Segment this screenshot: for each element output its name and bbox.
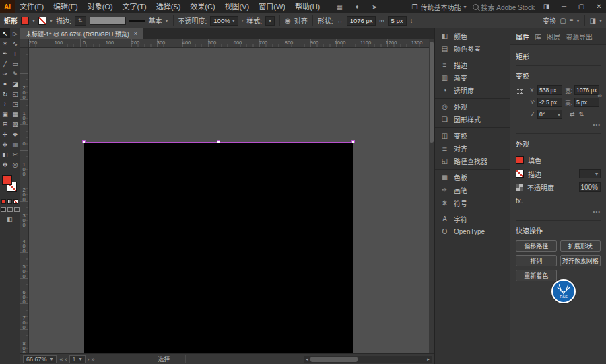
canvas[interactable]: 2001000100200300400500600700800900100011… — [20, 39, 429, 353]
quick-action-button[interactable]: 重新着色 — [516, 270, 557, 281]
vertical-scrollbar-thumb[interactable] — [430, 42, 434, 143]
symbol-sprayer-tool[interactable]: ❉ — [0, 139, 10, 149]
slice-tool[interactable]: ✂ — [10, 149, 20, 159]
ruler-origin-corner[interactable] — [20, 39, 29, 48]
pen-tool[interactable]: ✒ — [0, 48, 10, 59]
tab-图层[interactable]: 图层 — [547, 32, 560, 42]
menu-caret-icon[interactable]: ▾ — [577, 17, 580, 24]
panel-collapse-icon[interactable]: ◨ — [541, 0, 552, 13]
close-button[interactable]: ✕ — [593, 0, 605, 13]
perspective-grid-tool[interactable]: ▦ — [10, 109, 20, 119]
next-artboard-icon[interactable]: › — [88, 356, 90, 363]
align-label[interactable]: 对齐 — [294, 15, 308, 26]
scroll-left-icon[interactable]: ◂ — [304, 357, 310, 362]
link-dimensions-icon[interactable]: ∞ — [379, 17, 384, 24]
shape-height-field[interactable]: 5 px — [388, 16, 407, 26]
draw-behind-button[interactable] — [7, 207, 13, 212]
gradient-tool[interactable]: ▧ — [10, 119, 20, 129]
quick-action-button[interactable]: 对齐像素网格 — [560, 255, 601, 266]
none-button[interactable] — [13, 199, 18, 204]
menu-item[interactable]: 效果(C) — [185, 0, 220, 13]
arrange-caret-icon[interactable]: ▾ — [599, 17, 602, 24]
share-icon[interactable]: ➤ — [369, 3, 380, 11]
fill-color-swatch[interactable] — [21, 17, 29, 25]
width-field[interactable]: 1076 px — [574, 85, 599, 95]
paintbrush-tool[interactable]: ✑ — [0, 69, 10, 79]
symbols-panel[interactable]: ❋符号 — [435, 196, 510, 209]
stroke-caret-icon[interactable]: ▾ — [50, 17, 53, 24]
menu-item[interactable]: 帮助(H) — [290, 0, 325, 13]
hand-tool[interactable]: ✥ — [0, 159, 10, 170]
link-width-height-icon[interactable]: ∞ — [598, 92, 602, 99]
zoom-tool[interactable]: ◎ — [10, 159, 20, 170]
draw-inside-button[interactable] — [14, 207, 20, 212]
selection-tool[interactable]: ↖ — [0, 28, 10, 38]
eyedropper-tool[interactable]: ✛ — [0, 129, 10, 139]
transform-more-options[interactable]: ••• — [516, 122, 601, 128]
last-artboard-icon[interactable]: » — [92, 356, 95, 363]
stroke-color-well[interactable] — [516, 170, 524, 178]
panel-menu-icon[interactable]: ≡ — [570, 17, 574, 24]
mesh-tool[interactable]: ⊞ — [0, 119, 10, 129]
character-panel[interactable]: A字符 — [435, 213, 510, 225]
column-graph-tool[interactable]: ▥ — [10, 139, 20, 149]
graphic-styles-panel[interactable]: ❏图形样式 — [435, 113, 510, 126]
reference-point-locator[interactable] — [516, 87, 524, 96]
transparency-panel[interactable]: ◔透明度 — [435, 84, 510, 97]
style-dropdown[interactable]: ▾ — [265, 16, 275, 26]
x-field[interactable]: 538 px — [537, 85, 562, 95]
rectangle-tool[interactable]: ▭ — [10, 59, 20, 69]
align-panel[interactable]: ≣对齐 — [435, 142, 510, 155]
quick-action-button[interactable]: 扩展形状 — [560, 240, 601, 252]
transform-panel[interactable]: ◫变换 — [435, 129, 510, 142]
shape-builder-tool[interactable]: ▣ — [0, 109, 10, 119]
menu-item[interactable]: 窗口(W) — [254, 0, 290, 13]
isolate-icon[interactable]: ▢ — [560, 17, 566, 24]
height-field[interactable]: 5 px — [574, 98, 599, 107]
pathfinder-panel[interactable]: ◱路径查找器 — [435, 155, 510, 168]
brushes-panel[interactable]: ✑画笔 — [435, 184, 510, 196]
flip-horizontal-icon[interactable]: ⇄ — [570, 111, 575, 118]
vertical-scrollbar[interactable] — [429, 39, 434, 353]
selection-handle-right[interactable] — [351, 140, 355, 143]
width-tool[interactable]: ≀ — [0, 99, 10, 109]
lasso-tool[interactable]: ∿ — [10, 38, 20, 48]
fill-color-well[interactable] — [516, 156, 524, 164]
blend-tool[interactable]: ❖ — [10, 129, 20, 139]
swatches-panel[interactable]: ▦色板 — [435, 171, 510, 184]
stock-icon[interactable]: ✦ — [351, 3, 362, 11]
workspace-switcher[interactable]: ❐ 传统基本功能 ▾ — [412, 2, 467, 12]
stroke-color-swatch[interactable] — [38, 17, 46, 25]
flip-vertical-icon[interactable]: ⇅ — [579, 111, 584, 118]
panel-arrow-icon[interactable]: › — [242, 17, 244, 24]
color-guide-panel[interactable]: ▤颜色参考 — [435, 42, 510, 55]
fill-swatch[interactable] — [2, 175, 12, 185]
quick-action-button[interactable]: 偏移路径 — [516, 240, 557, 252]
menu-item[interactable]: 文字(T) — [118, 0, 152, 13]
opacity-field[interactable]: 100% ▾ — [210, 16, 238, 26]
magic-wand-tool[interactable]: ✶ — [0, 38, 10, 48]
color-button[interactable] — [1, 199, 6, 204]
scale-tool[interactable]: ◱ — [10, 89, 20, 99]
stock-search[interactable]: 搜索 Adobe Stock — [473, 2, 535, 12]
transform-button[interactable]: 变换 — [543, 15, 556, 26]
fx-button[interactable]: fx. — [516, 197, 523, 205]
screen-arrange-icon[interactable]: ◨ — [590, 17, 596, 24]
appearance-more-options[interactable]: ••• — [516, 209, 601, 215]
fill-caret-icon[interactable]: ▾ — [32, 17, 35, 24]
first-artboard-icon[interactable]: « — [60, 356, 63, 363]
document-tab[interactable]: 未标题-1* @ 66.67% (RGB/GPU 预览) × — [20, 28, 143, 39]
line-segment-tool[interactable]: ╱ — [0, 59, 10, 69]
color-panel[interactable]: ◧颜色 — [435, 30, 510, 42]
scroll-right-icon[interactable]: ▸ — [425, 357, 432, 362]
opentype-panel[interactable]: OOpenType — [435, 225, 510, 238]
maximize-button[interactable]: ▢ — [576, 0, 587, 13]
draw-normal-button[interactable] — [1, 207, 6, 212]
menu-item[interactable]: 视图(V) — [220, 0, 255, 13]
menu-item[interactable]: 编辑(E) — [48, 0, 83, 13]
brush-name[interactable]: 基本 — [149, 15, 162, 26]
horizontal-scrollbar-thumb[interactable] — [310, 357, 358, 362]
brush-caret-icon[interactable]: ▾ — [166, 17, 168, 24]
tab-库[interactable]: 库 — [535, 32, 541, 42]
tab-属性[interactable]: 属性 — [516, 32, 529, 42]
